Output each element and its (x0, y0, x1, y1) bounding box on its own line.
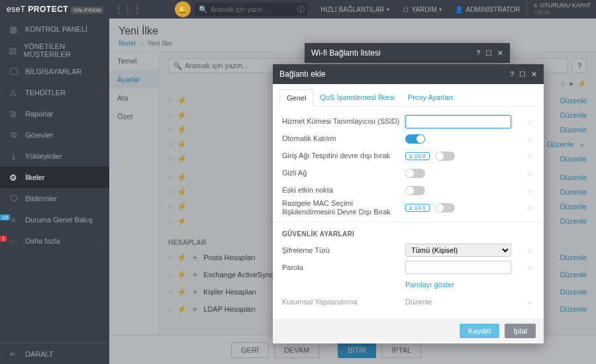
field-label: Rastgele MAC Seçimi İlişkilendirmesini D… (282, 199, 405, 216)
sidebar-label: İlkeler (25, 173, 44, 181)
field-info-icon[interactable]: ○ (525, 117, 534, 126)
form-row: Otomatik Katılım○ (282, 130, 534, 148)
sidebar-icon: ▥ (8, 46, 17, 56)
modal-tab[interactable]: QoS İşaretlemesi İlkesi (313, 89, 401, 106)
field-label: Hizmet Kümesi Tanımlayıcısı (SSID) (282, 117, 405, 126)
sidebar-label: BİLGİSAYARLAR (25, 68, 81, 75)
sidebar-item[interactable]: ⚙İlkeler (0, 167, 109, 188)
save-button[interactable]: Kaydet (460, 324, 499, 338)
add-connection-modal: Bağlantı ekle ? ☐ ✕ GenelQoS İşaretlemes… (273, 64, 544, 343)
form-row: Eski etkin nokta○ (282, 182, 534, 199)
wifi-list-modal: Wi-fi Bağlantı listesi ? ☐ ✕ (305, 43, 510, 63)
sidebar-icon: ⧉ (8, 130, 19, 140)
sidebar-label: KONTROL PANELİ (25, 25, 87, 33)
user-menu[interactable]: 👤ADMINISTRATOR (455, 6, 520, 13)
form-row: Hizmet Kümesi Tanımlayıcısı (SSID)○ (282, 113, 534, 130)
help-link[interactable]: ☖YARDIM▾ (403, 6, 442, 13)
sidebar-item[interactable]: ▥YÖNETİLEN MÜŞTERİLER (0, 40, 109, 61)
quick-links[interactable]: HIZLI BAĞLANTILAR▾ (321, 6, 389, 13)
toggle-switch[interactable] (405, 134, 425, 144)
modal-title: Wi-fi Bağlantı listesi (311, 48, 381, 58)
corp-config-value: Düzenle (405, 298, 521, 306)
close-icon[interactable]: ✕ (531, 70, 537, 79)
global-search-input[interactable] (211, 6, 295, 13)
form-row: Gizli Ağ○ (282, 165, 534, 182)
password-input[interactable] (405, 261, 511, 274)
form-row: Parola○ (282, 259, 534, 276)
field-info-icon[interactable]: ○ (525, 246, 534, 255)
field-label: Otomatik Katılım (282, 134, 405, 143)
sidebar-icon: ⋯ (8, 236, 19, 246)
field-info-icon[interactable]: ○ (525, 263, 534, 272)
sidebar-item[interactable]: 🗨Bildirimler (0, 188, 109, 209)
modal-tab[interactable]: Genel (279, 89, 313, 107)
form-row: Giriş Ağı Tespitini devre dışı bırak ≥ 1… (282, 148, 534, 165)
sidebar-icon: 🗨 (8, 194, 19, 204)
section-header: GÜVENLİK AYARLARI (282, 230, 534, 238)
sidebar-label: YÖNETİLEN MÜŞTERİLER (24, 42, 101, 58)
modal-title: Bağlantı ekle (279, 69, 325, 79)
sidebar-item[interactable]: ▦KONTROL PANELİ (0, 19, 109, 40)
toggle-switch[interactable] (435, 203, 455, 212)
sidebar-label: Duruma Genel Bakış (25, 216, 93, 224)
sidebar-icon: 🗎 (8, 109, 19, 119)
field-info-icon[interactable]: ○ (525, 152, 534, 161)
field-label: Parola (282, 263, 405, 272)
help-icon[interactable]: ? (510, 70, 514, 79)
apps-icon[interactable]: ⋮⋮⋮ (114, 4, 142, 15)
toggle-switch[interactable] (405, 186, 425, 195)
logout-link[interactable]: ⎋OTURUMU KAPAT >39 dk (526, 3, 591, 16)
field-info-icon[interactable]: ○ (525, 203, 534, 212)
maximize-icon[interactable]: ☐ (519, 70, 526, 79)
field-label: Giriş Ağı Tespitini devre dışı bırak (282, 152, 405, 160)
global-search[interactable]: 🔍 ⓘ (195, 3, 307, 16)
toggle-switch[interactable] (435, 152, 455, 161)
sidebar-item[interactable]: 🖵BİLGİSAYARLAR (0, 61, 109, 82)
form-row: Rastgele MAC Seçimi İlişkilendirmesini D… (282, 199, 534, 216)
select-input[interactable]: Tümü (Kişisel) (405, 244, 511, 257)
maximize-icon[interactable]: ☐ (485, 49, 492, 58)
field-info-icon[interactable]: ○ (525, 297, 534, 306)
sidebar-item[interactable]: ⤓Yükleyiciler (0, 146, 109, 167)
field-info-icon[interactable]: ○ (525, 169, 534, 178)
version-pill: ≥ 14.0 (405, 204, 430, 212)
sidebar-icon: 🖵 (8, 67, 19, 77)
modal-tab[interactable]: Proxy Ayarları (401, 89, 460, 106)
field-label: Eski etkin nokta (282, 186, 405, 195)
sidebar-icon: ⚠ (8, 88, 19, 98)
sidebar-item[interactable]: 1⋯Daha fazla› (0, 230, 109, 251)
sidebar-label: TEHDİTLER (25, 89, 66, 97)
sidebar-label: Yükleyiciler (25, 152, 62, 160)
sidebar-item[interactable]: 12≡Duruma Genel Bakış (0, 209, 109, 230)
search-icon: 🔍 (199, 5, 208, 14)
form-row: Şifreleme TürüTümü (Kişisel)○ (282, 242, 534, 259)
text-input[interactable] (405, 115, 511, 128)
sidebar-item[interactable]: ⧉Görevler (0, 124, 109, 146)
notification-bell-icon[interactable]: 🔔 (175, 1, 191, 17)
sidebar-icon: ▦ (8, 24, 19, 34)
info-icon[interactable]: ⓘ (297, 5, 305, 15)
field-info-icon[interactable]: ○ (525, 134, 534, 144)
sidebar-label: Daha fazla (25, 237, 60, 245)
modal-cancel-button[interactable]: İptal (505, 324, 536, 338)
collapse-sidebar[interactable]: ⇤DARALT (0, 343, 109, 364)
help-icon[interactable]: ? (476, 49, 480, 58)
field-label: Gizli Ağ (282, 169, 405, 177)
field-label: Kurumsal Yapılandırma (282, 298, 405, 306)
close-icon[interactable]: ✕ (497, 49, 503, 58)
version-pill: ≥ 10.0 (405, 152, 430, 160)
sidebar-item[interactable]: ⚠TEHDİTLER› (0, 82, 109, 103)
sidebar-item[interactable]: 🗎Raporlar (0, 103, 109, 124)
brand-logo: eseT PROTECTON-PREM (0, 5, 110, 14)
show-password-link[interactable]: Parolayı göster (405, 281, 454, 289)
toggle-switch[interactable] (405, 169, 425, 178)
field-label: Şifreleme Türü (282, 246, 405, 255)
sidebar-label: Raporlar (25, 110, 53, 118)
field-info-icon[interactable]: ○ (525, 186, 534, 195)
sidebar-icon: ⚙ (8, 173, 19, 183)
sidebar-label: Bildirimler (25, 195, 57, 203)
sidebar-icon: ⤓ (8, 152, 19, 161)
sidebar-label: Görevler (25, 131, 53, 139)
